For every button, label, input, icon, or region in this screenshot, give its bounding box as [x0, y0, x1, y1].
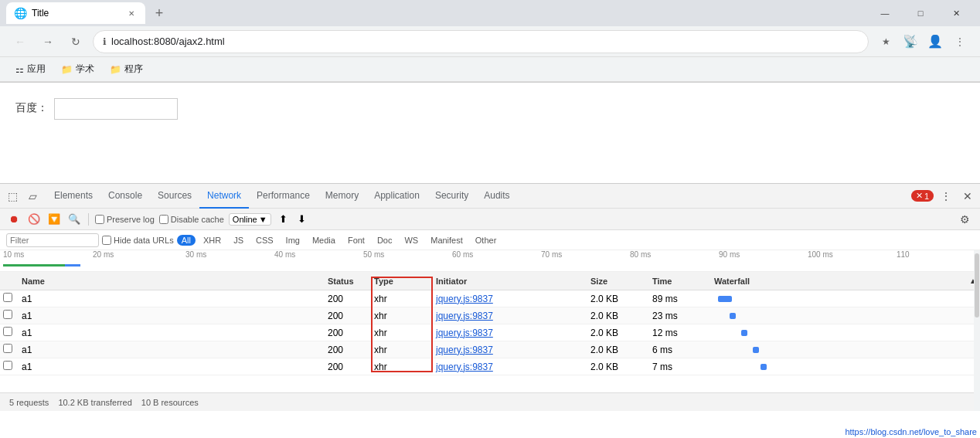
tab-performance[interactable]: Performance [249, 184, 318, 209]
filter-media-button[interactable]: Media [308, 235, 340, 246]
tab-security[interactable]: Security [427, 184, 476, 209]
record-stop-button[interactable]: ⏺ [6, 212, 22, 227]
menu-icon[interactable]: ⋮ [949, 31, 971, 53]
timeline-80ms: 80 ms [630, 250, 651, 259]
inspect-element-icon[interactable]: ⬚ [3, 187, 22, 205]
filter-manifest-button[interactable]: Manifest [426, 235, 468, 246]
tab-audits[interactable]: Audits [476, 184, 517, 209]
tab-network[interactable]: Network [199, 184, 249, 209]
col-header-time[interactable]: Time [649, 277, 711, 286]
profile-icon[interactable]: 👤 [924, 31, 946, 53]
import-button[interactable]: ⬆ [276, 212, 291, 227]
close-button[interactable]: ✕ [938, 0, 974, 26]
clear-button[interactable]: 🚫 [26, 212, 42, 227]
tab-elements[interactable]: Elements [46, 184, 100, 209]
table-row[interactable]: a1 200 xhr jquery.js:9837 2.0 KB 23 ms [0, 307, 980, 324]
table-row[interactable]: a1 200 xhr jquery.js:9837 2.0 KB 7 ms [0, 358, 980, 375]
row-checkbox-input[interactable] [3, 310, 12, 319]
col-header-waterfall[interactable]: Waterfall ▲ [711, 277, 980, 286]
table-row[interactable]: a1 200 xhr jquery.js:9837 2.0 KB 6 ms [0, 341, 980, 358]
filter-doc-button[interactable]: Doc [373, 235, 397, 246]
minimize-button[interactable]: — [867, 0, 903, 26]
col-header-initiator[interactable]: Initiator [433, 277, 587, 286]
row-time: 12 ms [649, 328, 711, 338]
more-options-icon[interactable]: ⋮ [937, 187, 955, 205]
filter-toggle-icon[interactable]: 🔽 [46, 212, 62, 227]
export-button[interactable]: ⬇ [294, 212, 310, 227]
row-time: 7 ms [649, 362, 711, 372]
throttling-select[interactable]: Online ▼ [229, 213, 271, 226]
bookmark-academic[interactable]: 📁 学术 [55, 61, 100, 77]
initiator-link[interactable]: jquery.js:9837 [436, 328, 493, 338]
tab-sources[interactable]: Sources [150, 184, 199, 209]
col-header-type[interactable]: Type [374, 277, 393, 286]
filter-ws-button[interactable]: WS [400, 235, 423, 246]
filter-other-button[interactable]: Other [471, 235, 502, 246]
devtools-panel: ⬚ ▱ Elements Console Sources Network Per… [0, 183, 980, 411]
bookmark-program[interactable]: 📁 程序 [104, 61, 149, 77]
row-type: xhr [374, 345, 387, 355]
row-checkbox-cell[interactable] [0, 327, 15, 338]
row-checkbox-input[interactable] [3, 293, 12, 302]
tab-application[interactable]: Application [366, 184, 427, 209]
maximize-button[interactable]: □ [903, 0, 938, 26]
row-checkbox-input[interactable] [3, 327, 12, 336]
back-button[interactable]: ← [9, 31, 31, 53]
row-type-wrapper: xhr [371, 311, 433, 321]
network-table: Name Status Type Initiator Size Time Wat… [0, 272, 980, 392]
row-name: a1 [15, 294, 325, 304]
close-devtools-icon[interactable]: ✕ [958, 187, 977, 205]
filter-all-button[interactable]: All [177, 235, 196, 246]
baidu-search-input[interactable] [54, 98, 178, 120]
reload-button[interactable]: ↻ [65, 31, 87, 53]
forward-button[interactable]: → [37, 31, 59, 53]
tab-memory[interactable]: Memory [318, 184, 366, 209]
error-count: 1 [924, 192, 929, 201]
table-row[interactable]: a1 200 xhr jquery.js:9837 2.0 KB 89 ms [0, 290, 980, 307]
settings-icon[interactable]: ⚙ [955, 210, 974, 229]
initiator-link[interactable]: jquery.js:9837 [436, 345, 493, 355]
scrollbar-thumb[interactable] [975, 253, 979, 317]
col-header-status[interactable]: Status [325, 277, 371, 286]
filter-xhr-button[interactable]: XHR [199, 235, 226, 246]
url-bar[interactable]: ℹ localhost:8080/ajax2.html [93, 30, 869, 53]
filter-img-button[interactable]: Img [281, 235, 305, 246]
row-checkbox-cell[interactable] [0, 310, 15, 321]
row-type-wrapper: xhr [371, 362, 433, 372]
row-checkbox-cell[interactable] [0, 361, 15, 372]
browser-tab[interactable]: 🌐 Title ✕ [6, 2, 145, 24]
table-row[interactable]: a1 200 xhr jquery.js:9837 2.0 KB 12 ms [0, 324, 980, 341]
search-button[interactable]: 🔍 [66, 212, 82, 227]
tab-bar: 🌐 Title ✕ + — □ ✕ [0, 0, 980, 26]
col-header-size[interactable]: Size [587, 277, 649, 286]
bookmark-star-icon[interactable]: ★ [875, 31, 897, 53]
initiator-link[interactable]: jquery.js:9837 [436, 311, 493, 321]
row-checkbox-cell[interactable] [0, 293, 15, 304]
tab-close-button[interactable]: ✕ [125, 7, 138, 19]
filter-input[interactable] [6, 233, 99, 247]
table-scrollbar[interactable] [974, 250, 980, 411]
tab-console[interactable]: Console [100, 184, 150, 209]
device-toggle-icon[interactable]: ▱ [23, 187, 42, 205]
initiator-link[interactable]: jquery.js:9837 [436, 362, 493, 372]
hide-data-urls-checkbox[interactable] [102, 236, 111, 245]
status-bar: 5 requests 10.2 KB transferred 10 B reso… [0, 392, 980, 411]
filter-js-button[interactable]: JS [229, 235, 248, 246]
row-checkbox-input[interactable] [3, 361, 12, 370]
hide-data-urls-label[interactable]: Hide data URLs [102, 236, 174, 245]
row-name: a1 [15, 345, 325, 355]
preserve-log-label[interactable]: Preserve log [95, 215, 155, 224]
bookmark-apps[interactable]: ⚏ 应用 [9, 61, 52, 77]
new-tab-button[interactable]: + [148, 2, 170, 24]
tab-favicon: 🌐 [14, 7, 27, 19]
disable-cache-checkbox[interactable] [159, 215, 168, 224]
disable-cache-label[interactable]: Disable cache [159, 215, 224, 224]
row-checkbox-input[interactable] [3, 344, 12, 353]
filter-font-button[interactable]: Font [343, 235, 369, 246]
row-checkbox-cell[interactable] [0, 344, 15, 355]
initiator-link[interactable]: jquery.js:9837 [436, 294, 493, 304]
cast-icon[interactable]: 📡 [900, 31, 921, 53]
preserve-log-checkbox[interactable] [95, 215, 104, 224]
filter-css-button[interactable]: CSS [251, 235, 278, 246]
col-header-name[interactable]: Name [15, 277, 325, 286]
